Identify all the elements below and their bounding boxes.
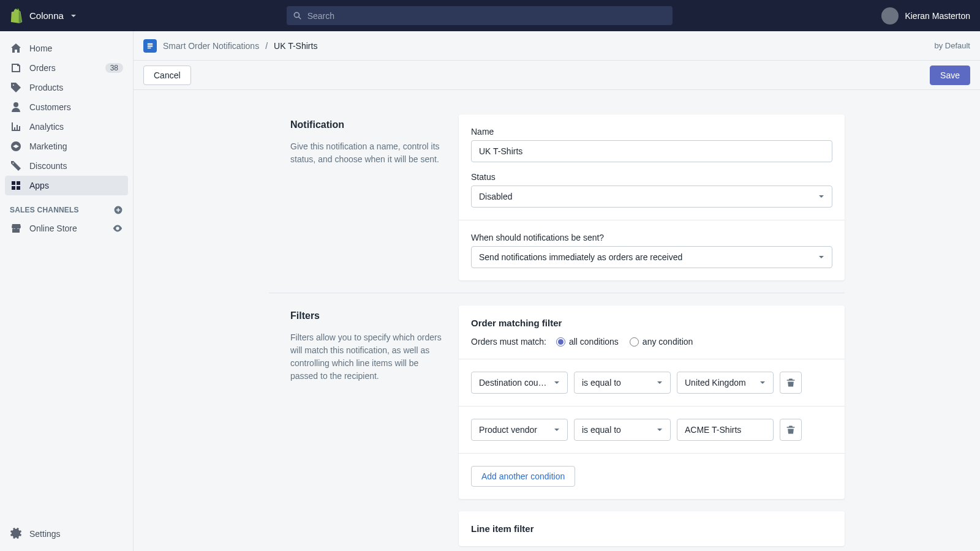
main: Smart Order Notifications / UK T-Shirts … bbox=[134, 31, 980, 551]
sidebar-item-orders[interactable]: Orders38 bbox=[5, 58, 128, 78]
page-meta: by Default bbox=[934, 41, 970, 50]
condition-op-select[interactable]: is equal to bbox=[574, 372, 671, 394]
tag-icon bbox=[10, 81, 22, 94]
app-icon bbox=[143, 39, 157, 53]
sidebar-item-customers[interactable]: Customers bbox=[5, 97, 128, 117]
sidebar-item-label: Settings bbox=[29, 529, 61, 539]
section-description: Filters allow you to specify which order… bbox=[290, 331, 447, 383]
condition-field-select[interactable]: Product vendor bbox=[471, 419, 568, 441]
cancel-button[interactable]: Cancel bbox=[143, 66, 191, 85]
search-box[interactable] bbox=[287, 6, 673, 25]
actions-bar: Cancel Save bbox=[134, 61, 980, 90]
avatar bbox=[881, 7, 899, 24]
condition-row: Product vendor is equal to bbox=[471, 419, 832, 441]
sidebar-item-analytics[interactable]: Analytics bbox=[5, 117, 128, 137]
condition-value-select[interactable]: United Kingdom bbox=[677, 372, 774, 394]
trash-icon bbox=[786, 425, 796, 435]
eye-icon[interactable] bbox=[112, 223, 123, 234]
analytics-icon bbox=[10, 121, 22, 133]
add-channel-icon[interactable] bbox=[113, 205, 123, 215]
apps-icon bbox=[10, 179, 22, 192]
discounts-icon bbox=[10, 160, 22, 172]
condition-row: Destination country is equal to United K… bbox=[471, 372, 832, 394]
sidebar-item-products[interactable]: Products bbox=[5, 78, 128, 97]
when-select[interactable]: Send notifications immediately as orders… bbox=[471, 246, 832, 268]
sidebar-item-label: Analytics bbox=[29, 122, 64, 132]
save-button[interactable]: Save bbox=[930, 66, 970, 85]
line-item-filter-title: Line item filter bbox=[471, 523, 832, 534]
section-description: Give this notification a name, control i… bbox=[290, 140, 447, 166]
radio-any-condition[interactable]: any condition bbox=[630, 337, 693, 347]
chevron-down-icon bbox=[70, 12, 77, 20]
radio-all-conditions[interactable]: all conditions bbox=[556, 337, 619, 347]
sidebar-item-settings[interactable]: Settings bbox=[5, 524, 128, 544]
section-title: Filters bbox=[290, 310, 447, 321]
store-icon bbox=[10, 222, 22, 234]
when-label: When should notifications be sent? bbox=[471, 233, 832, 242]
filter-card-title: Order matching filter bbox=[471, 318, 832, 328]
breadcrumb-sep: / bbox=[265, 41, 268, 51]
status-label: Status bbox=[471, 172, 832, 182]
sidebar-item-label: Apps bbox=[29, 181, 49, 190]
sidebar-item-label: Orders bbox=[29, 63, 56, 73]
delete-condition-button[interactable] bbox=[780, 419, 802, 441]
search-icon bbox=[293, 11, 303, 21]
filters-section: Filters Filters allow you to specify whi… bbox=[269, 293, 845, 551]
sidebar-item-label: Home bbox=[29, 43, 52, 53]
section-title: Notification bbox=[290, 119, 447, 130]
sidebar-item-home[interactable]: Home bbox=[5, 39, 128, 58]
sidebar-item-apps[interactable]: Apps bbox=[5, 176, 128, 195]
condition-op-select[interactable]: is equal to bbox=[574, 419, 671, 441]
gear-icon bbox=[10, 528, 22, 540]
notification-section: Notification Give this notification a na… bbox=[269, 102, 845, 293]
trash-icon bbox=[786, 378, 796, 388]
breadcrumb-current: UK T-Shirts bbox=[274, 41, 317, 51]
sidebar-section-sales-channels: SALES CHANNELS bbox=[5, 195, 128, 219]
match-label: Orders must match: bbox=[471, 337, 546, 347]
sidebar-item-marketing[interactable]: Marketing bbox=[5, 137, 128, 156]
name-input[interactable] bbox=[471, 140, 832, 162]
sidebar-item-label: Products bbox=[29, 83, 63, 92]
breadcrumb-app[interactable]: Smart Order Notifications bbox=[163, 41, 259, 51]
orders-icon bbox=[10, 62, 22, 74]
topbar: Colonna Kieran Masterton bbox=[0, 0, 980, 31]
sidebar-item-label: Customers bbox=[29, 102, 71, 112]
marketing-icon bbox=[10, 140, 22, 152]
delete-condition-button[interactable] bbox=[780, 372, 802, 394]
user-name: Kieran Masterton bbox=[905, 11, 970, 21]
sidebar-item-discounts[interactable]: Discounts bbox=[5, 156, 128, 176]
sidebar-item-label: Marketing bbox=[29, 141, 67, 151]
condition-value-input[interactable] bbox=[677, 419, 774, 441]
condition-field-select[interactable]: Destination country bbox=[471, 372, 568, 394]
home-icon bbox=[10, 42, 22, 54]
name-label: Name bbox=[471, 127, 832, 137]
page-header: Smart Order Notifications / UK T-Shirts … bbox=[134, 31, 980, 61]
status-select[interactable]: Disabled bbox=[471, 186, 832, 208]
store-switcher[interactable]: Colonna bbox=[10, 9, 77, 23]
sidebar-item-label: Online Store bbox=[29, 223, 77, 233]
store-name: Colonna bbox=[29, 10, 64, 21]
user-menu[interactable]: Kieran Masterton bbox=[881, 7, 970, 24]
sidebar: Home Orders38 Products Customers Analyti… bbox=[0, 31, 134, 551]
orders-badge: 38 bbox=[105, 63, 123, 73]
customers-icon bbox=[10, 101, 22, 113]
sidebar-item-online-store[interactable]: Online Store bbox=[5, 219, 128, 238]
add-condition-button[interactable]: Add another condition bbox=[471, 466, 575, 487]
search-input[interactable] bbox=[307, 11, 666, 21]
shopify-logo-icon bbox=[10, 9, 23, 23]
sidebar-item-label: Discounts bbox=[29, 161, 67, 171]
